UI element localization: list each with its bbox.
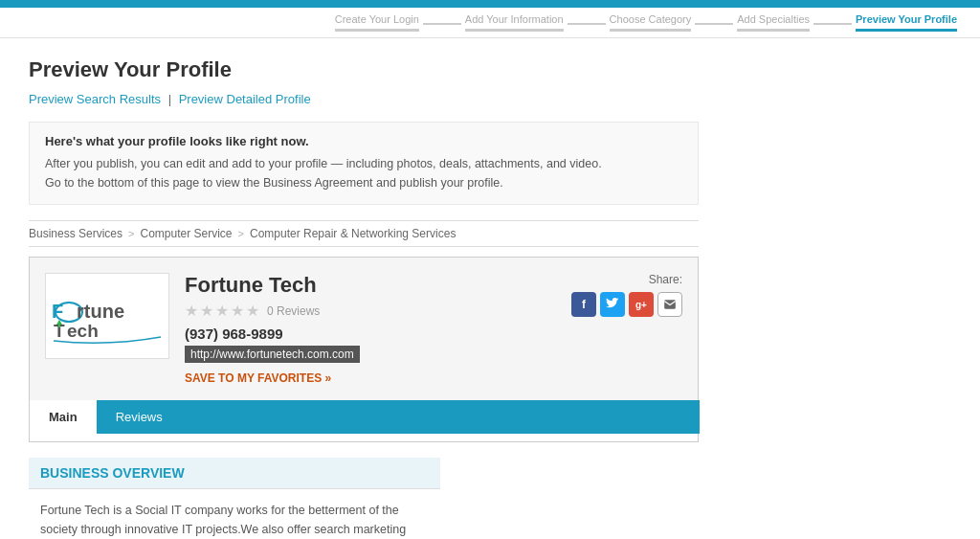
review-count: 0 Reviews [267, 304, 320, 318]
step-choose-category: Choose Category [606, 13, 696, 32]
info-headline: Here's what your profile looks like righ… [45, 134, 682, 148]
card-top: F rtune T ech Fortune Tech ★★★★★ 0 R [30, 258, 698, 400]
step-indicator [856, 29, 957, 32]
info-line2: Go to the bottom of this page to view th… [45, 173, 682, 192]
breadcrumb-sep-2: > [238, 228, 244, 239]
info-line1: After you publish, you can edit and add … [45, 154, 682, 173]
step-add-info: Add Your Information [461, 13, 568, 32]
share-googleplus-button[interactable]: g+ [629, 292, 654, 317]
share-area: Share: f g+ [571, 273, 682, 317]
breadcrumb: Business Services > Computer Service > C… [29, 220, 699, 247]
tab-main[interactable]: Main [30, 400, 97, 434]
tab-reviews[interactable]: Reviews [97, 400, 182, 434]
business-website[interactable]: http://www.fortunetech.com.com [185, 346, 360, 363]
progress-steps: Create Your Login Add Your Information C… [0, 8, 980, 38]
step-sep-3 [695, 23, 733, 25]
share-label: Share: [649, 273, 682, 286]
step-indicator [465, 29, 564, 32]
breadcrumb-item-2[interactable]: Computer Service [140, 227, 232, 240]
share-facebook-button[interactable]: f [571, 292, 596, 317]
share-email-button[interactable] [657, 292, 682, 317]
step-sep-2 [568, 23, 606, 25]
step-label: Add Your Information [465, 13, 564, 25]
step-label: Choose Category [610, 13, 692, 25]
share-twitter-button[interactable] [600, 292, 625, 317]
preview-detailed-link[interactable]: Preview Detailed Profile [179, 92, 311, 106]
overview-title: BUSINESS OVERVIEW [29, 458, 440, 489]
logo-image: F rtune T ech [50, 278, 165, 354]
card-info: Fortune Tech ★★★★★ 0 Reviews (937) 968-9… [185, 273, 556, 385]
step-preview-profile: Preview Your Profile [852, 13, 961, 32]
step-indicator [737, 29, 810, 32]
star-rating: ★★★★★ [185, 302, 261, 320]
stars-row: ★★★★★ 0 Reviews [185, 302, 556, 320]
step-indicator [335, 29, 419, 32]
step-add-specialties: Add Specialties [733, 13, 813, 32]
top-accent-bar [0, 0, 980, 8]
step-create-login: Create Your Login [331, 13, 423, 32]
breadcrumb-item-3[interactable]: Computer Repair & Networking Services [250, 227, 456, 240]
link-separator: | [168, 92, 171, 106]
page-title: Preview Your Profile [29, 57, 951, 82]
main-content: Preview Your Profile Preview Search Resu… [0, 38, 980, 539]
step-sep-4 [813, 23, 852, 25]
business-phone: (937) 968-9899 [185, 326, 556, 342]
share-icons: f g+ [571, 292, 682, 317]
step-label: Create Your Login [335, 13, 419, 25]
preview-search-link[interactable]: Preview Search Results [29, 92, 161, 106]
save-to-favorites-link[interactable]: SAVE TO MY FAVORITES » [185, 371, 331, 385]
step-sep-1 [423, 23, 461, 25]
breadcrumb-sep-1: > [128, 228, 134, 239]
overview-text: Fortune Tech is a Social IT company work… [29, 501, 440, 539]
info-box: Here's what your profile looks like righ… [29, 122, 699, 205]
step-indicator [610, 29, 692, 32]
step-label: Preview Your Profile [856, 13, 957, 25]
svg-text:rtune: rtune [77, 301, 124, 322]
svg-text:ech: ech [67, 321, 99, 341]
business-card: F rtune T ech Fortune Tech ★★★★★ 0 R [29, 257, 699, 442]
tab-active-arrow [49, 434, 64, 441]
business-logo: F rtune T ech [45, 273, 169, 359]
tabs-bar: Main Reviews [30, 400, 700, 434]
step-label: Add Specialties [737, 13, 810, 25]
profile-links: Preview Search Results | Preview Detaile… [29, 92, 951, 106]
overview-section: BUSINESS OVERVIEW Fortune Tech is a Soci… [29, 442, 440, 539]
breadcrumb-item-1[interactable]: Business Services [29, 227, 122, 240]
business-name: Fortune Tech [185, 273, 556, 298]
